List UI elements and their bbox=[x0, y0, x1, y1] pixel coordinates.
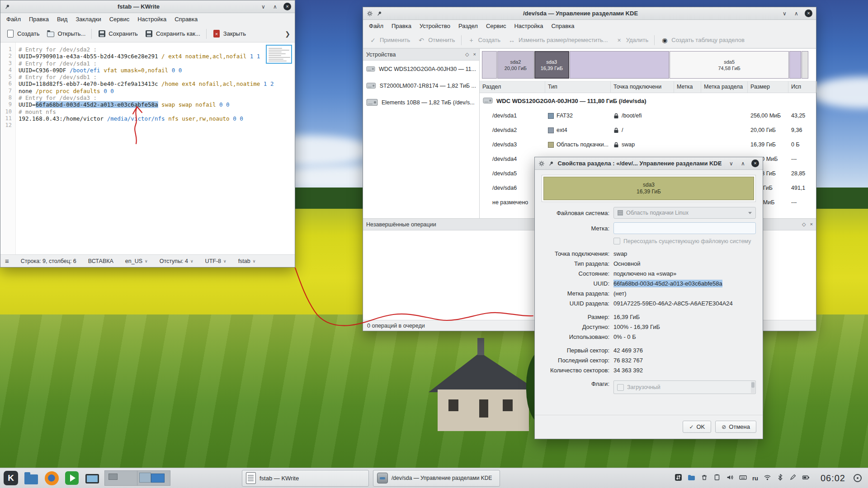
column-header-5[interactable]: Размер bbox=[748, 81, 788, 93]
kwrite-menu-0[interactable]: Файл bbox=[3, 14, 24, 24]
kwrite-menu-1[interactable]: Правка bbox=[25, 14, 52, 24]
highlighting-selector[interactable]: fstab∨ bbox=[238, 258, 256, 264]
partman-menu-6[interactable]: Справка bbox=[547, 21, 578, 31]
toolbar-new-document-button[interactable]: Создать bbox=[3, 28, 42, 40]
toolbar-save-as-button[interactable]: Сохранить как... bbox=[142, 28, 203, 40]
float-panel-icon[interactable]: ◇ bbox=[802, 221, 806, 227]
keyboard-layout-indicator[interactable]: ru bbox=[752, 475, 758, 482]
table-row-devsda3[interactable]: /dev/sda3Область подкачки...swap16,39 Ги… bbox=[480, 137, 816, 152]
minimize-button[interactable]: ∨ bbox=[781, 10, 788, 17]
partition-block-5[interactable] bbox=[789, 51, 801, 79]
volume-icon[interactable] bbox=[726, 474, 734, 483]
toolbar-delete-button[interactable]: ×Удалить bbox=[612, 35, 652, 46]
table-row-devsda2[interactable]: /dev/sda2ext4/20,00 ГиБ9,36 bbox=[480, 123, 816, 137]
close-panel-icon[interactable]: × bbox=[473, 52, 476, 57]
close-button[interactable]: × bbox=[751, 160, 759, 167]
pin-icon[interactable] bbox=[4, 4, 10, 10]
partition-block-6[interactable] bbox=[802, 51, 808, 79]
bluetooth-icon[interactable] bbox=[777, 474, 784, 483]
partman-menu-5[interactable]: Настройка bbox=[510, 21, 547, 31]
trash-icon[interactable] bbox=[701, 474, 708, 483]
partman-menu-4[interactable]: Сервис bbox=[482, 21, 510, 31]
kwrite-menu-4[interactable]: Сервис bbox=[106, 14, 133, 24]
partman-menu-2[interactable]: Устройство bbox=[416, 21, 454, 31]
desktop-1[interactable] bbox=[105, 471, 137, 485]
kwrite-menu-6[interactable]: Справка bbox=[171, 14, 201, 24]
device-row[interactable]: WDC WDS120G2G0A-00JH30 — 111,80 ГиБ (/de… bbox=[480, 93, 816, 108]
toolbar-overflow-icon[interactable]: ❯ bbox=[283, 30, 292, 38]
toolbar-save-button[interactable]: Сохранить bbox=[94, 28, 141, 40]
clipboard-icon[interactable] bbox=[713, 474, 721, 483]
toolbar-new-button[interactable]: +Создать bbox=[464, 35, 504, 46]
flags-list[interactable]: Загрузочный bbox=[613, 380, 756, 394]
kwrite-menu-5[interactable]: Настройка bbox=[134, 14, 170, 24]
toolbar-close-document-button[interactable]: ×Закрыть bbox=[209, 28, 249, 40]
toolbar-undo-button[interactable]: ↶Отменить bbox=[414, 35, 458, 46]
column-header-3[interactable]: Метка bbox=[674, 81, 701, 93]
maximize-button[interactable]: ∧ bbox=[793, 10, 800, 17]
close-button[interactable]: × bbox=[283, 3, 291, 10]
flags-scrollbar[interactable] bbox=[751, 381, 755, 393]
battery-icon[interactable] bbox=[802, 474, 810, 483]
kwrite-menu-2[interactable]: Вид bbox=[53, 14, 71, 24]
kwrite-titlebar[interactable]: fstab — KWrite ∨ ∧ × bbox=[0, 0, 295, 13]
media-player-button[interactable] bbox=[64, 470, 80, 486]
transfer-arrows-icon[interactable] bbox=[675, 474, 682, 483]
indent-selector[interactable]: Отступы: 4∨ bbox=[160, 258, 193, 264]
column-header-6[interactable]: Исп bbox=[788, 81, 817, 93]
keyboard-icon[interactable] bbox=[739, 474, 747, 483]
recreate-checkbox[interactable] bbox=[613, 238, 620, 244]
maximize-button[interactable]: ∧ bbox=[740, 160, 746, 167]
close-panel-icon[interactable]: × bbox=[810, 221, 813, 227]
encoding-selector[interactable]: UTF-8∨ bbox=[205, 258, 226, 264]
help-button[interactable]: ? bbox=[716, 160, 723, 167]
task-button-kwrite[interactable]: fstab — KWrite bbox=[242, 470, 369, 487]
insert-mode-indicator[interactable]: ВСТАВКА bbox=[88, 258, 113, 264]
minimap[interactable] bbox=[266, 45, 292, 64]
digital-clock[interactable]: 06:02 bbox=[821, 473, 845, 483]
boot-flag-checkbox[interactable] bbox=[617, 384, 624, 391]
toolbar-open-folder-button[interactable]: Открыть... bbox=[43, 28, 89, 40]
kwrite-editor[interactable]: 123456789101112 # Entry for /dev/sda2 :U… bbox=[0, 42, 295, 254]
device-item-1[interactable]: ST2000LM007-1R8174 — 1,82 ТиБ ... bbox=[363, 77, 479, 94]
pin-icon[interactable] bbox=[548, 160, 554, 167]
cursor-position[interactable]: Строка: 9, столбец: 6 bbox=[21, 258, 76, 264]
partman-titlebar[interactable]: /dev/sda — Управление разделами KDE ∨ ∧ … bbox=[363, 7, 816, 20]
column-header-4[interactable]: Метка раздела bbox=[701, 81, 748, 93]
column-header-0[interactable]: Раздел bbox=[480, 81, 545, 93]
text-area[interactable]: # Entry for /dev/sda2 :UUID=9790901a-e43… bbox=[16, 42, 295, 254]
maximize-button[interactable]: ∧ bbox=[272, 3, 278, 10]
partition-block-0[interactable] bbox=[482, 51, 497, 79]
label-input[interactable] bbox=[613, 222, 756, 234]
desktop-2[interactable] bbox=[137, 471, 170, 485]
menu-hamburger-icon[interactable]: ≡ bbox=[5, 257, 9, 265]
notifications-icon[interactable] bbox=[854, 474, 862, 482]
screenshot-tool-button[interactable] bbox=[84, 470, 100, 486]
cancel-button[interactable]: ⊘ Отмена bbox=[715, 421, 756, 433]
folder-icon[interactable] bbox=[688, 474, 695, 483]
device-item-0[interactable]: WDC WDS120G2G0A-00JH30 — 11... bbox=[363, 61, 479, 77]
table-row-devsda1[interactable]: /dev/sda1FAT32/boot/efi256,00 МиБ43,25 bbox=[480, 108, 816, 123]
dictionary-selector[interactable]: en_US∨ bbox=[125, 258, 148, 264]
partman-menu-3[interactable]: Раздел bbox=[455, 21, 481, 31]
partman-menu-1[interactable]: Правка bbox=[388, 21, 415, 31]
kwrite-menu-3[interactable]: Закладки bbox=[72, 14, 104, 24]
filesystem-select[interactable]: Область подкачки Linux bbox=[613, 207, 756, 219]
task-button-partition-manager[interactable]: /dev/sda — Управление разделами KDE bbox=[373, 470, 500, 487]
toolbar-resize-button[interactable]: ↔Изменить размер/переместить... bbox=[505, 35, 611, 46]
toolbar-new-partition-table-button[interactable]: ◉Создать таблицу разделов bbox=[657, 35, 748, 46]
partition-block-sda5[interactable]: sda574,58 ГиБ bbox=[670, 51, 789, 79]
partition-block-sda3[interactable]: sda316,39 ГиБ bbox=[534, 51, 569, 79]
ok-button[interactable]: ✓ OK bbox=[683, 421, 711, 433]
partman-menu-0[interactable]: Файл bbox=[365, 21, 387, 31]
pin-icon[interactable] bbox=[376, 10, 382, 17]
device-item-2[interactable]: Elements 10B8 — 1,82 ТиБ (/dev/s... bbox=[363, 94, 479, 111]
partition-block-3[interactable] bbox=[570, 51, 669, 79]
firefox-button[interactable] bbox=[43, 470, 60, 486]
dialog-titlebar[interactable]: Свойства раздела : «/dev/... Управление … bbox=[535, 157, 763, 170]
partition-block-sda2[interactable]: sda220,00 ГиБ bbox=[497, 51, 534, 79]
close-button[interactable]: × bbox=[805, 9, 812, 17]
toolbar-apply-button[interactable]: ✓Применить bbox=[366, 35, 413, 46]
application-launcher-button[interactable]: K bbox=[3, 470, 19, 486]
minimize-button[interactable]: ∨ bbox=[260, 3, 267, 10]
